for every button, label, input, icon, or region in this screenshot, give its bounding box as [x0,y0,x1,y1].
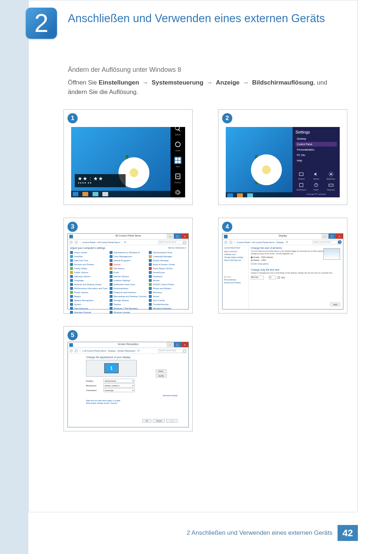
control-panel-item[interactable]: Keyboard [149,275,186,278]
search-input[interactable]: Search Control Panel [158,241,187,244]
maximize-button[interactable]: ▢ [328,234,336,239]
settings-item-desktop[interactable]: Desktop [295,136,337,141]
control-panel-item[interactable]: RemoteApp and Desktop Connections [110,295,147,298]
breadcrumb[interactable]: Control Panel›All Control Panel Items›Di… [237,241,284,243]
control-panel-item[interactable]: Mouse [149,279,186,282]
side-link-adjust-resolution[interactable]: Adjust resolution [224,250,247,253]
see-also-link[interactable]: Personalization [224,279,247,281]
close-button[interactable]: × [336,234,343,239]
close-button[interactable]: × [181,234,188,239]
taskbar-icon[interactable] [227,193,233,197]
start-charm-icon[interactable] [174,157,181,164]
ok-button[interactable]: OK [142,419,151,423]
settings-item-personalization[interactable]: Personalization [295,147,337,152]
search-input[interactable]: Search Control Panel [313,241,342,244]
control-panel-item[interactable]: Administrative Tools [149,251,186,254]
control-panel-item[interactable]: Speech Recognition [70,299,107,302]
minimize-button[interactable]: – [321,234,328,239]
control-panel-item[interactable]: HomeGroup [149,271,186,274]
tile-network[interactable]: Network [295,171,307,180]
minimize-button[interactable]: – [167,342,174,347]
control-panel-item[interactable]: Add features to Windows 8 [110,251,147,254]
help-icon[interactable]: ? [338,240,342,244]
control-panel-item[interactable]: Action Center [70,251,107,254]
side-link-change-display[interactable]: Change display settings [224,256,247,258]
breadcrumb[interactable]: « All Control Panel Items›Display›Screen… [82,350,135,352]
control-panel-item[interactable]: Taskbar [110,303,147,306]
control-panel-item[interactable]: Credential Manager [149,255,186,258]
control-panel-item[interactable]: File History [110,267,147,270]
taskbar-icon[interactable] [237,193,243,197]
control-panel-item[interactable]: Fonts [110,271,147,274]
item-dropdown[interactable]: Title bars [251,276,264,279]
nav-back-button[interactable] [69,349,73,353]
tile-notifications[interactable]: Notifications [295,182,307,191]
search-input[interactable]: Search Control Panel [158,349,187,353]
close-button[interactable]: × [181,342,188,347]
breadcrumb[interactable]: Control Panel›All Control Panel Items› [82,241,122,243]
control-panel-item[interactable]: Flash Player (32-bit) [149,267,186,270]
side-link-calibrate[interactable]: Calibrate color [224,253,247,255]
control-panel-item[interactable]: Default Programs [110,259,147,262]
control-panel-item[interactable]: System [70,303,107,306]
see-also-link[interactable]: Devices and Printers [224,282,247,284]
control-panel-item[interactable]: Folder Options [70,271,107,274]
control-panel-item[interactable]: AutoPlay [70,255,107,258]
control-panel-item[interactable]: Sync Center [149,299,186,302]
side-link-cleartype[interactable]: Adjust ClearType text [224,259,247,261]
maximize-button[interactable]: ▢ [174,234,181,239]
nav-back-button[interactable] [69,241,73,244]
control-panel-item[interactable]: Language [70,279,107,282]
settings-item-control-panel[interactable]: Control Panel [295,142,337,147]
control-panel-item[interactable]: Performance Information and Tools [70,287,107,290]
taskbar-icon[interactable] [73,192,78,196]
control-panel-item[interactable]: Notification Area Icons [110,283,147,286]
control-panel-item[interactable]: Programs and Features [110,291,147,294]
detect-button[interactable]: Detect [156,369,167,373]
nav-forward-button[interactable] [74,241,78,244]
orientation-dropdown[interactable]: Landscape [103,388,135,392]
viewby-selector[interactable]: View by: Small icons ▾ [168,247,186,249]
control-panel-item[interactable]: Indexing Options [70,275,107,278]
taskbar-icon[interactable] [93,192,98,196]
nav-back-button[interactable] [224,241,228,244]
search-charm-icon[interactable] [174,125,181,132]
control-panel-item[interactable]: Region [70,295,107,298]
custom-sizing-link[interactable]: Custom sizing options [251,263,341,265]
apply-button[interactable]: Apply [166,419,177,423]
refresh-icon[interactable]: ↻ [285,241,289,244]
make-text-larger-link[interactable]: Make text and other items larger or smal… [86,399,177,402]
taskbar-icon[interactable] [247,193,253,197]
apply-button[interactable]: Apply [330,303,340,306]
monitor-preview[interactable]: 1 [104,363,119,373]
maximize-button[interactable]: ▢ [174,342,181,347]
refresh-icon[interactable]: ↻ [123,241,127,244]
control-panel-item[interactable]: Family Safety [70,267,107,270]
control-panel-item[interactable]: NVIDIA Control Panel [149,283,186,286]
size-dropdown[interactable]: 11 [269,276,276,279]
taskbar[interactable] [71,191,171,197]
control-panel-home-link[interactable]: Control Panel Home [224,247,247,249]
control-panel-item[interactable]: Internet Options [110,275,147,278]
control-panel-item[interactable]: Windows Defender [149,307,186,310]
taskbar-icon[interactable] [102,192,108,196]
control-panel-item[interactable]: Recovery [149,291,186,294]
tile-power[interactable]: Power [310,182,322,191]
taskbar[interactable] [226,192,293,197]
control-panel-item[interactable]: Sound [149,295,186,298]
settings-charm-icon[interactable] [174,189,181,196]
advanced-settings-link[interactable]: Advanced settings [86,394,177,397]
control-panel-item[interactable]: Display [110,263,147,266]
control-panel-item[interactable]: Location Settings [110,279,147,282]
control-panel-item[interactable]: User Accounts [70,307,107,310]
control-panel-item[interactable]: Ease of Access Center [149,263,186,266]
tile-brightness[interactable]: Brightness [325,171,337,180]
what-settings-link[interactable]: What display settings should I choose? [86,402,177,404]
bold-checkbox[interactable] [278,276,280,279]
nav-forward-button[interactable] [74,349,78,353]
identify-button[interactable]: Identify [156,374,167,378]
control-panel-item[interactable]: Windows 7 File Recovery [110,307,147,310]
tile-keyboard[interactable]: Keyboard [325,182,337,191]
cancel-button[interactable]: Cancel [153,419,165,423]
control-panel-item[interactable]: Phone and Modem [149,287,186,290]
